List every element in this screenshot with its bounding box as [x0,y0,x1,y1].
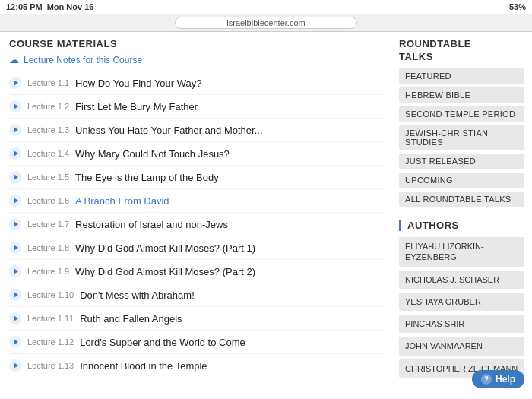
help-icon: ? [481,374,492,385]
play-icon [9,147,21,160]
status-battery: 53% [509,2,526,11]
main-container: COURSE MATERIALS ☁ Lecture Notes for thi… [0,32,532,399]
roundtable-tag[interactable]: UPCOMING [399,173,524,188]
lecture-number: Lecture 1.9 [27,267,69,276]
play-icon [9,171,21,183]
play-icon [9,265,21,277]
lecture-number: Lecture 1.4 [27,149,69,158]
lecture-title: Don't Mess with Abraham! [80,290,195,301]
roundtable-title: ROUNDTABLE [399,38,524,49]
url-bar[interactable]: israelbiblecenter.com [175,17,357,29]
lecture-number: Lecture 1.7 [27,220,69,229]
authors-divider: AUTHORS [399,220,524,231]
lecture-row[interactable]: Lecture 1.9Why Did God Almost Kill Moses… [9,260,382,283]
lecture-row[interactable]: Lecture 1.5The Eye is the Lamp of the Bo… [9,166,382,189]
lecture-title: Unless You Hate Your Father and Mother..… [75,125,262,136]
lecture-title: Why Mary Could Not Touch Jesus? [75,148,230,160]
help-button[interactable]: ? Help [472,370,524,388]
roundtable-tag[interactable]: FEATURED [399,68,524,84]
status-day: Mon Nov 16 [47,2,94,11]
play-icon [9,195,21,207]
play-icon [9,242,21,254]
status-bar: 12:05 PM Mon Nov 16 53% [0,0,532,14]
lecture-title: First Let Me Bury My Father [75,101,198,112]
lecture-notes-link[interactable]: ☁ Lecture Notes for this Course [9,54,382,65]
lecture-row[interactable]: Lecture 1.12Lord's Supper and the World … [9,331,382,354]
status-time: 12:05 PM [6,2,43,11]
lecture-row[interactable]: Lecture 1.1How Do You Find Your Way? [9,71,382,95]
author-item[interactable]: PINCHAS SHIR [399,315,524,333]
lecture-title: How Do You Find Your Way? [75,78,201,89]
roundtable-tag[interactable]: HEBREW BIBLE [399,87,524,103]
lecture-number: Lecture 1.6 [27,196,69,205]
lecture-row[interactable]: Lecture 1.2First Let Me Bury My Father [9,95,382,119]
lecture-title: Restoration of Israel and non-Jews [75,219,228,230]
author-item[interactable]: YESHAYA GRUBER [399,293,524,311]
lecture-row[interactable]: Lecture 1.6A Branch From David [9,189,382,213]
lecture-number: Lecture 1.13 [27,361,74,370]
lecture-title: The Eye is the Lamp of the Body [75,172,219,183]
lecture-title: Why Did God Almost Kill Moses? (Part 2) [75,266,255,277]
play-icon [9,289,21,301]
authors-section: AUTHORS ELIYAHU LIZORKIN-EYZENBERGNICHOL… [399,220,524,378]
tags-container: FEATUREDHEBREW BIBLESECOND TEMPLE PERIOD… [399,68,524,211]
lecture-number: Lecture 1.3 [27,125,69,135]
roundtable-tag[interactable]: SECOND TEMPLE PERIOD [399,106,524,122]
play-icon [9,77,21,89]
lectures-list: Lecture 1.1How Do You Find Your Way?Lect… [9,71,382,377]
author-item[interactable]: JOHN VANMAAREN [399,337,524,355]
lecture-number: Lecture 1.10 [27,290,74,299]
cloud-icon: ☁ [9,54,19,65]
roundtable-tag[interactable]: JEWISH-CHRISTIAN STUDIES [399,125,524,150]
authors-container: ELIYAHU LIZORKIN-EYZENBERGNICHOLAS J. SC… [399,237,524,378]
lecture-number: Lecture 1.2 [27,102,69,111]
lecture-row[interactable]: Lecture 1.3Unless You Hate Your Father a… [9,119,382,142]
left-panel: COURSE MATERIALS ☁ Lecture Notes for thi… [0,32,391,399]
lecture-number: Lecture 1.5 [27,173,69,182]
lecture-row[interactable]: Lecture 1.4Why Mary Could Not Touch Jesu… [9,142,382,166]
lecture-title: Innocent Blood in the Temple [80,360,207,372]
lecture-title: Lord's Supper and the World to Come [80,337,245,348]
play-icon [9,359,21,372]
authors-title: AUTHORS [407,220,524,231]
play-icon [9,312,21,325]
play-icon [9,336,21,348]
lecture-number: Lecture 1.8 [27,243,69,252]
talks-title: TALKS [399,51,524,62]
course-header: COURSE MATERIALS [9,32,382,54]
lecture-title: Ruth and Fallen Angels [80,313,182,325]
right-panel: ROUNDTABLE TALKS FEATUREDHEBREW BIBLESEC… [391,32,532,399]
play-icon [9,124,21,136]
author-item[interactable]: ELIYAHU LIZORKIN-EYZENBERG [399,237,524,267]
lecture-row[interactable]: Lecture 1.8Why Did God Almost Kill Moses… [9,236,382,260]
browser-chrome: israelbiblecenter.com [0,14,532,32]
play-icon [9,100,21,112]
lecture-row[interactable]: Lecture 1.13Innocent Blood in the Temple [9,354,382,377]
roundtable-tag[interactable]: JUST RELEASED [399,154,524,169]
lecture-notes-label: Lecture Notes for this Course [24,55,142,65]
author-item[interactable]: NICHOLAS J. SCHASER [399,271,524,289]
lecture-number: Lecture 1.12 [27,337,74,347]
help-label: Help [496,374,515,385]
lecture-title: A Branch From David [75,195,169,207]
lecture-row[interactable]: Lecture 1.7Restoration of Israel and non… [9,213,382,236]
lecture-number: Lecture 1.1 [27,78,69,87]
lecture-row[interactable]: Lecture 1.11Ruth and Fallen Angels [9,307,382,331]
lecture-number: Lecture 1.11 [27,314,74,323]
play-icon [9,218,21,230]
roundtable-tag[interactable]: ALL ROUNDTABLE TALKS [399,192,524,207]
lecture-title: Why Did God Almost Kill Moses? (Part 1) [75,242,255,254]
lecture-row[interactable]: Lecture 1.10Don't Mess with Abraham! [9,283,382,307]
